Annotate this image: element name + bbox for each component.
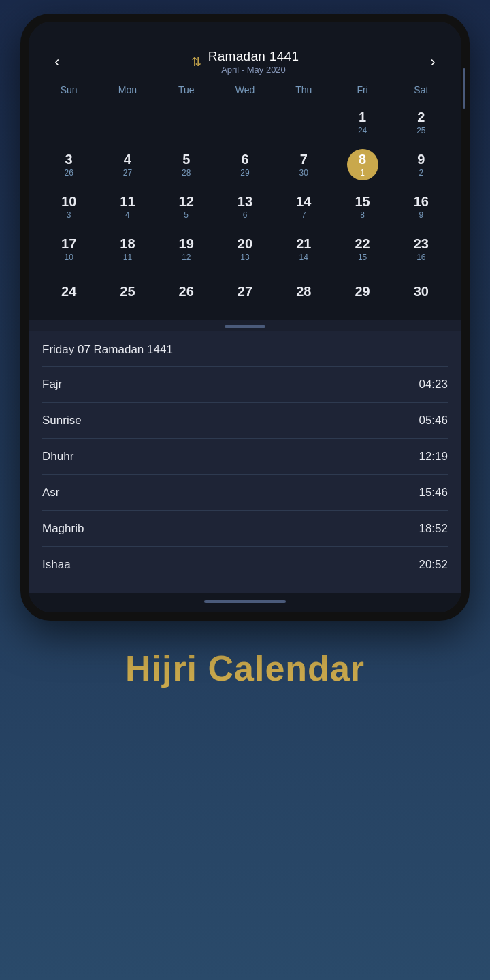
cal-cell-2-6[interactable]: 169 <box>392 186 451 227</box>
cal-cell-4-6[interactable]: 30 <box>392 271 451 312</box>
header-center: ⇅ Ramadan 1441 April - May 2020 <box>191 49 299 75</box>
hijri-date: 16 <box>416 252 425 262</box>
cal-cell-4-2[interactable]: 26 <box>157 271 216 312</box>
header-text: Ramadan 1441 April - May 2020 <box>208 49 299 75</box>
gregorian-date: 12 <box>179 194 194 209</box>
day-header-thu: Thu <box>274 80 333 99</box>
gregorian-date: 19 <box>179 236 194 251</box>
next-month-button[interactable]: › <box>421 53 445 71</box>
cal-cell-1-1[interactable]: 427 <box>98 144 157 185</box>
hijri-date: 7 <box>301 210 306 220</box>
prayer-section: Friday 07 Ramadan 1441 Fajr04:23Sunrise0… <box>29 331 461 593</box>
day-header-fri: Fri <box>333 80 391 99</box>
scroll-indicator <box>463 68 466 109</box>
day-header-sat: Sat <box>392 80 451 99</box>
cal-cell-3-2[interactable]: 1912 <box>157 229 216 270</box>
gregorian-date: 10 <box>61 194 76 209</box>
gregorian-date: 30 <box>414 284 429 299</box>
gregorian-date: 28 <box>296 284 311 299</box>
cal-cell-1-2[interactable]: 528 <box>157 144 216 185</box>
sort-icon[interactable]: ⇅ <box>191 54 201 69</box>
cal-cell-2-5[interactable]: 158 <box>333 186 391 227</box>
cal-cell-1-5[interactable]: 81 <box>333 144 391 185</box>
home-indicator <box>29 593 461 612</box>
hijri-date: 1 <box>360 168 365 178</box>
prev-month-button[interactable]: ‹ <box>45 53 69 71</box>
cal-cell-1-3[interactable]: 629 <box>216 144 274 185</box>
day-header-sun: Sun <box>39 80 98 99</box>
drag-handle[interactable] <box>29 320 461 331</box>
cal-cell-3-3[interactable]: 2013 <box>216 229 274 270</box>
hijri-date: 2 <box>419 168 424 178</box>
gregorian-date: 1 <box>359 110 366 125</box>
gregorian-date: 3 <box>65 152 73 167</box>
cal-cell-4-0[interactable]: 24 <box>39 271 98 312</box>
gregorian-date: 17 <box>61 236 76 251</box>
phone-screen: ‹ ⇅ Ramadan 1441 April - May 2020 › Sun … <box>29 22 461 612</box>
phone-frame: ‹ ⇅ Ramadan 1441 April - May 2020 › Sun … <box>20 14 470 621</box>
day-header-tue: Tue <box>157 80 216 99</box>
hijri-date: 12 <box>182 252 191 262</box>
app-label: Hijri Calendar <box>125 648 365 689</box>
cal-cell-2-1[interactable]: 114 <box>98 186 157 227</box>
gregorian-date: 18 <box>120 236 135 251</box>
month-subtitle: April - May 2020 <box>208 65 299 75</box>
cal-cell-3-6[interactable]: 2316 <box>392 229 451 270</box>
cal-cell-4-5[interactable]: 29 <box>333 271 391 312</box>
gregorian-date: 24 <box>61 284 76 299</box>
cal-cell-2-0[interactable]: 103 <box>39 186 98 227</box>
prayer-time: 15:46 <box>419 486 448 500</box>
prayer-date-header: Friday 07 Ramadan 1441 <box>42 331 448 366</box>
cal-cell-3-5[interactable]: 2215 <box>333 229 391 270</box>
gregorian-date: 20 <box>238 236 252 251</box>
cal-cell-2-3[interactable]: 136 <box>216 186 274 227</box>
prayer-item-fajr: Fajr04:23 <box>42 366 448 402</box>
gregorian-date: 21 <box>296 236 311 251</box>
hijri-date: 11 <box>123 252 132 262</box>
gregorian-date: 26 <box>179 284 194 299</box>
cal-cell-4-3[interactable]: 27 <box>216 271 274 312</box>
gregorian-date: 23 <box>414 236 429 251</box>
gregorian-date: 15 <box>355 194 370 209</box>
hijri-date: 26 <box>64 168 73 178</box>
hijri-date: 4 <box>125 210 130 220</box>
prayer-item-asr: Asr15:46 <box>42 474 448 510</box>
cal-cell-0-6[interactable]: 225 <box>392 102 451 143</box>
gregorian-date: 9 <box>417 152 425 167</box>
gregorian-date: 29 <box>355 284 370 299</box>
gregorian-date: 4 <box>124 152 131 167</box>
hijri-date: 8 <box>360 210 365 220</box>
home-bar <box>204 600 286 603</box>
prayer-time: 18:52 <box>419 522 448 536</box>
hijri-date: 3 <box>67 210 71 220</box>
hijri-date: 24 <box>358 126 367 135</box>
prayer-item-sunrise: Sunrise05:46 <box>42 402 448 438</box>
prayer-list: Fajr04:23Sunrise05:46Dhuhr12:19Asr15:46M… <box>42 366 448 583</box>
cal-cell-3-1[interactable]: 1811 <box>98 229 157 270</box>
cal-cell-2-4[interactable]: 147 <box>274 186 333 227</box>
gregorian-date: 14 <box>296 194 311 209</box>
calendar-header: ‹ ⇅ Ramadan 1441 April - May 2020 › <box>39 41 451 80</box>
drag-bar <box>225 325 265 328</box>
gregorian-date: 2 <box>417 110 425 125</box>
prayer-item-maghrib: Maghrib18:52 <box>42 510 448 546</box>
hijri-date: 29 <box>240 168 249 178</box>
cal-cell-1-0[interactable]: 326 <box>39 144 98 185</box>
hijri-date: 28 <box>182 168 191 178</box>
cal-cell-4-4[interactable]: 28 <box>274 271 333 312</box>
cal-cell-2-2[interactable]: 125 <box>157 186 216 227</box>
prayer-item-dhuhr: Dhuhr12:19 <box>42 438 448 474</box>
cal-cell-1-4[interactable]: 730 <box>274 144 333 185</box>
cal-cell-3-0[interactable]: 1710 <box>39 229 98 270</box>
prayer-name: Ishaa <box>42 558 71 572</box>
hijri-date: 25 <box>416 126 425 135</box>
day-header-mon: Mon <box>98 80 157 99</box>
gregorian-date: 22 <box>355 236 370 251</box>
hijri-date: 5 <box>184 210 189 220</box>
cal-cell-0-5[interactable]: 124 <box>333 102 391 143</box>
gregorian-date: 11 <box>120 194 135 209</box>
cal-cell-1-6[interactable]: 92 <box>392 144 451 185</box>
cal-cell-3-4[interactable]: 2114 <box>274 229 333 270</box>
cal-cell-4-1[interactable]: 25 <box>98 271 157 312</box>
calendar-grid: 1242253264275286297308192103114125136147… <box>39 102 451 312</box>
